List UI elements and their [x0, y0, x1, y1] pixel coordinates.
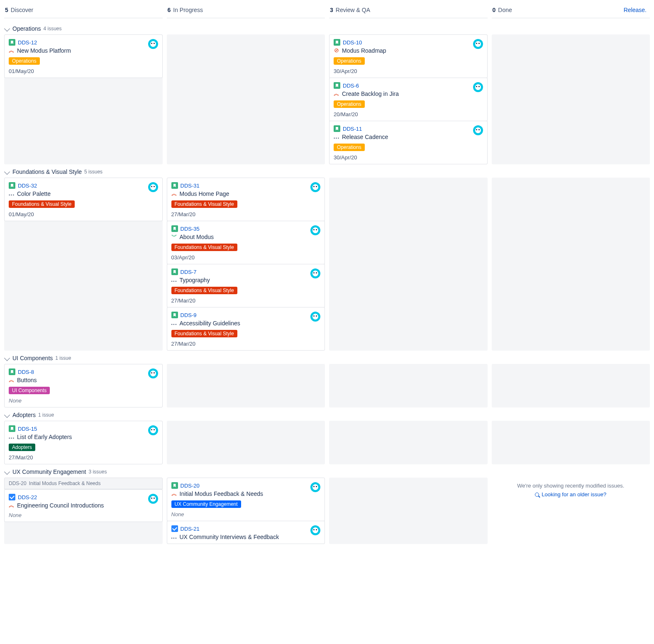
- column-cell[interactable]: [329, 178, 488, 351]
- assignee-avatar[interactable]: [310, 525, 320, 535]
- swimlane-header[interactable]: UI Components1 issue: [4, 351, 650, 364]
- assignee-avatar[interactable]: [310, 225, 320, 235]
- issue-card[interactable]: DDS-10⊘Modus RoadmapOperations30/Apr/20: [329, 34, 488, 78]
- epic-tag[interactable]: Foundations & Visual Style: [171, 200, 237, 208]
- issue-card[interactable]: DDS-11...Release CadenceOperations30/Apr…: [329, 121, 488, 164]
- epic-tag[interactable]: UI Components: [9, 387, 50, 394]
- swimlane-header[interactable]: UX Community Engagement3 issues: [4, 464, 650, 478]
- assignee-avatar[interactable]: [310, 482, 320, 492]
- older-issue-link[interactable]: Looking for an older issue?: [535, 491, 606, 498]
- column-cell[interactable]: [329, 364, 488, 407]
- priority-icon: ...: [171, 534, 177, 539]
- epic-tag[interactable]: Foundations & Visual Style: [171, 330, 237, 337]
- issue-key-link[interactable]: DDS-12: [18, 39, 37, 46]
- due-date: 27/Mar/20: [171, 211, 321, 217]
- assignee-avatar[interactable]: [473, 125, 483, 135]
- column-cell[interactable]: [329, 421, 488, 464]
- issue-card[interactable]: DDS-20︽Initial Modus Feedback & NeedsUX …: [167, 478, 325, 521]
- issue-card[interactable]: DDS-22︽Engineering Council Introductions…: [4, 489, 163, 522]
- story-type-icon: [9, 39, 15, 46]
- issue-key-link[interactable]: DDS-21: [181, 526, 200, 532]
- column-cell[interactable]: [167, 421, 325, 464]
- issue-key-link[interactable]: DDS-22: [18, 494, 37, 500]
- issue-title: Initial Modus Feedback & Needs: [180, 490, 264, 497]
- swimlane-header[interactable]: Operations4 issues: [4, 21, 650, 34]
- swimlane-header[interactable]: Adopters1 issue: [4, 407, 650, 421]
- assignee-avatar[interactable]: [148, 368, 158, 378]
- column-cell[interactable]: [492, 178, 650, 351]
- epic-tag[interactable]: Foundations & Visual Style: [171, 287, 237, 294]
- epic-tag[interactable]: Operations: [334, 144, 365, 151]
- assignee-avatar[interactable]: [310, 182, 320, 192]
- epic-tag[interactable]: Operations: [9, 57, 40, 65]
- assignee-avatar[interactable]: [148, 39, 158, 49]
- issue-key-link[interactable]: DDS-20: [181, 483, 200, 489]
- assignee-avatar[interactable]: [148, 182, 158, 192]
- column-cell[interactable]: DDS-20︽Initial Modus Feedback & NeedsUX …: [167, 478, 325, 544]
- column-cell[interactable]: DDS-10⊘Modus RoadmapOperations30/Apr/20D…: [329, 34, 488, 164]
- issue-key-link[interactable]: DDS-32: [18, 183, 37, 189]
- release-link[interactable]: Release.: [624, 7, 647, 13]
- due-date: 30/Apr/20: [334, 68, 483, 74]
- column-cell[interactable]: [329, 478, 488, 544]
- issue-card[interactable]: DDS-31︽Modus Home PageFoundations & Visu…: [167, 178, 325, 221]
- column-cell[interactable]: DDS-8︽ButtonsUI ComponentsNone: [4, 364, 163, 407]
- issue-key-link[interactable]: DDS-6: [343, 83, 359, 89]
- column-cell[interactable]: [492, 364, 650, 407]
- issue-card[interactable]: DDS-7...TypographyFoundations & Visual S…: [167, 264, 325, 307]
- epic-tag[interactable]: UX Community Engagement: [171, 500, 241, 508]
- column-cell[interactable]: DDS-20Initial Modus Feedback & NeedsDDS-…: [4, 478, 163, 544]
- sub-issue-header[interactable]: DDS-20Initial Modus Feedback & Needs: [4, 478, 163, 489]
- column-cell[interactable]: DDS-32...Color PaletteFoundations & Visu…: [4, 178, 163, 351]
- column-cell[interactable]: [492, 421, 650, 464]
- issue-key-link[interactable]: DDS-9: [181, 312, 197, 318]
- assignee-avatar[interactable]: [310, 268, 320, 278]
- column-cell[interactable]: [167, 364, 325, 407]
- swimlane-row: DDS-12︽New Modus PlatformOperations01/Ma…: [4, 34, 650, 164]
- issue-key-link[interactable]: DDS-35: [181, 226, 200, 232]
- column-header-review[interactable]: 3 Review & QA: [329, 4, 488, 19]
- issue-key-link[interactable]: DDS-10: [343, 39, 362, 46]
- epic-tag[interactable]: Operations: [334, 100, 365, 108]
- issue-card[interactable]: DDS-32...Color PaletteFoundations & Visu…: [4, 178, 163, 221]
- issue-card[interactable]: DDS-12︽New Modus PlatformOperations01/Ma…: [4, 34, 163, 78]
- issue-title: Release Cadence: [342, 134, 388, 140]
- swimlane-name: Adopters: [12, 412, 36, 418]
- issue-card[interactable]: DDS-8︽ButtonsUI ComponentsNone: [4, 364, 163, 407]
- assignee-avatar[interactable]: [310, 312, 320, 322]
- column-cell[interactable]: DDS-31︽Modus Home PageFoundations & Visu…: [167, 178, 325, 351]
- assignee-avatar[interactable]: [148, 425, 158, 435]
- assignee-avatar[interactable]: [148, 494, 158, 504]
- issue-key-link[interactable]: DDS-31: [181, 183, 200, 189]
- issue-card[interactable]: DDS-6︽Create Backlog in JiraOperations20…: [329, 78, 488, 121]
- assignee-avatar[interactable]: [473, 82, 483, 92]
- issue-key-link[interactable]: DDS-15: [18, 426, 37, 432]
- issue-key-link[interactable]: DDS-11: [343, 126, 362, 132]
- issue-card[interactable]: DDS-15...List of Early AdoptersAdopters2…: [4, 421, 163, 464]
- swimlane-count: 5 issues: [84, 169, 102, 175]
- column-cell[interactable]: [492, 34, 650, 164]
- issue-card[interactable]: DDS-35︾About ModusFoundations & Visual S…: [167, 221, 325, 264]
- epic-tag[interactable]: Foundations & Visual Style: [171, 244, 237, 251]
- issue-key-link[interactable]: DDS-7: [181, 269, 197, 275]
- column-cell[interactable]: DDS-15...List of Early AdoptersAdopters2…: [4, 421, 163, 464]
- swimlane-row: DDS-8︽ButtonsUI ComponentsNone: [4, 364, 650, 407]
- epic-tag[interactable]: Operations: [334, 57, 365, 65]
- chevron-down-icon: [4, 26, 10, 32]
- column-header-done[interactable]: 0 Done Release.: [492, 4, 650, 19]
- issue-card[interactable]: DDS-9...Accessibility GuidelinesFoundati…: [167, 307, 325, 351]
- issue-title: About Modus: [180, 234, 214, 240]
- column-header-discover[interactable]: 5 Discover: [4, 4, 163, 19]
- epic-tag[interactable]: Foundations & Visual Style: [9, 200, 75, 208]
- issue-card[interactable]: DDS-21...UX Community Interviews & Feedb…: [167, 521, 325, 544]
- column-header-progress[interactable]: 6 In Progress: [167, 4, 325, 19]
- story-type-icon: [9, 368, 15, 375]
- issue-key-link[interactable]: DDS-8: [18, 369, 34, 375]
- task-type-icon: [171, 525, 178, 532]
- column-cell[interactable]: [167, 34, 325, 164]
- issue-title: New Modus Platform: [17, 47, 71, 54]
- assignee-avatar[interactable]: [473, 39, 483, 49]
- swimlane-header[interactable]: Foundations & Visual Style5 issues: [4, 164, 650, 178]
- column-cell[interactable]: DDS-12︽New Modus PlatformOperations01/Ma…: [4, 34, 163, 164]
- epic-tag[interactable]: Adopters: [9, 444, 35, 451]
